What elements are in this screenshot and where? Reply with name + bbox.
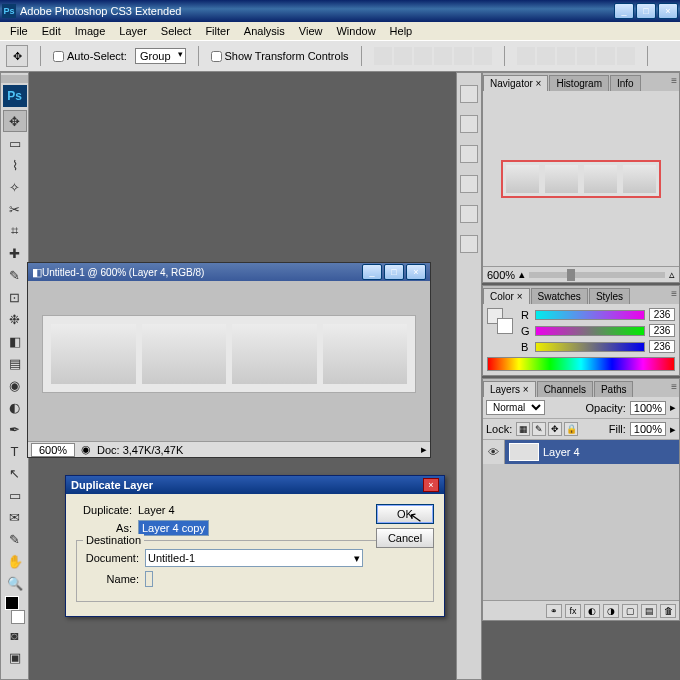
menu-analysis[interactable]: Analysis bbox=[238, 23, 291, 39]
panel-menu-icon[interactable]: ≡ bbox=[671, 75, 677, 86]
ok-button[interactable]: OK bbox=[376, 504, 434, 524]
doc-minimize-button[interactable]: _ bbox=[362, 264, 382, 280]
notes-tool[interactable]: ✉ bbox=[3, 506, 27, 528]
tab-layers[interactable]: Layers × bbox=[483, 381, 536, 397]
lock-image-icon[interactable]: ✎ bbox=[532, 422, 546, 436]
move-tool[interactable]: ✥ bbox=[3, 110, 27, 132]
layer-mask-icon[interactable]: ◐ bbox=[584, 604, 600, 618]
maximize-button[interactable]: □ bbox=[636, 3, 656, 19]
menu-select[interactable]: Select bbox=[155, 23, 198, 39]
tab-styles[interactable]: Styles bbox=[589, 288, 630, 304]
tab-info[interactable]: Info bbox=[610, 75, 641, 91]
menu-help[interactable]: Help bbox=[384, 23, 419, 39]
as-input[interactable]: Layer 4 copy bbox=[138, 520, 209, 536]
name-input[interactable] bbox=[145, 571, 153, 587]
cancel-button[interactable]: Cancel bbox=[376, 528, 434, 548]
auto-select-dropdown[interactable]: Group bbox=[135, 48, 186, 64]
scroll-right-icon[interactable]: ▸ bbox=[421, 443, 427, 456]
new-layer-icon[interactable]: ▤ bbox=[641, 604, 657, 618]
pen-tool[interactable]: ✒ bbox=[3, 418, 27, 440]
close-button[interactable]: × bbox=[658, 3, 678, 19]
navigator-thumbnail[interactable] bbox=[501, 160, 661, 198]
lock-all-icon[interactable]: 🔒 bbox=[564, 422, 578, 436]
eraser-tool[interactable]: ◧ bbox=[3, 330, 27, 352]
link-layers-icon[interactable]: ⚭ bbox=[546, 604, 562, 618]
align-icon[interactable] bbox=[474, 47, 492, 65]
layer-thumbnail[interactable] bbox=[509, 443, 539, 461]
distribute-icon[interactable] bbox=[537, 47, 555, 65]
lock-position-icon[interactable]: ✥ bbox=[548, 422, 562, 436]
adjustment-layer-icon[interactable]: ◑ bbox=[603, 604, 619, 618]
heal-tool[interactable]: ✚ bbox=[3, 242, 27, 264]
distribute-icon[interactable] bbox=[577, 47, 595, 65]
gradient-tool[interactable]: ▤ bbox=[3, 352, 27, 374]
g-value[interactable]: 236 bbox=[649, 324, 675, 337]
document-canvas[interactable] bbox=[28, 281, 430, 441]
brush-tool[interactable]: ✎ bbox=[3, 264, 27, 286]
r-value[interactable]: 236 bbox=[649, 308, 675, 321]
align-icon[interactable] bbox=[394, 47, 412, 65]
zoom-in-icon[interactable]: ▵ bbox=[669, 268, 675, 281]
dock-icon[interactable] bbox=[460, 175, 478, 193]
dock-icon[interactable] bbox=[460, 235, 478, 253]
menu-layer[interactable]: Layer bbox=[113, 23, 153, 39]
nav-zoom-value[interactable]: 600% bbox=[487, 269, 515, 281]
zoom-tool[interactable]: 🔍 bbox=[3, 572, 27, 594]
blend-mode-select[interactable]: Normal bbox=[486, 400, 545, 415]
new-group-icon[interactable]: ▢ bbox=[622, 604, 638, 618]
visibility-icon[interactable]: 👁 bbox=[483, 440, 505, 464]
align-icon[interactable] bbox=[374, 47, 392, 65]
panel-menu-icon[interactable]: ≡ bbox=[671, 288, 677, 299]
layer-style-icon[interactable]: fx bbox=[565, 604, 581, 618]
color-swatch-pair[interactable] bbox=[487, 308, 513, 334]
layer-row[interactable]: 👁 Layer 4 bbox=[483, 440, 679, 464]
dialog-close-button[interactable]: × bbox=[423, 478, 439, 492]
g-slider[interactable] bbox=[535, 326, 645, 336]
tab-navigator[interactable]: Navigator × bbox=[483, 75, 548, 91]
distribute-icon[interactable] bbox=[597, 47, 615, 65]
zoom-out-icon[interactable]: ▴ bbox=[519, 268, 525, 281]
align-icon[interactable] bbox=[434, 47, 452, 65]
layer-list[interactable]: 👁 Layer 4 bbox=[483, 440, 679, 600]
tab-paths[interactable]: Paths bbox=[594, 381, 634, 397]
opacity-value[interactable]: 100% bbox=[630, 401, 666, 415]
history-brush-tool[interactable]: ❉ bbox=[3, 308, 27, 330]
panel-menu-icon[interactable]: ≡ bbox=[671, 381, 677, 392]
tab-color[interactable]: Color × bbox=[483, 288, 530, 304]
eyedropper-tool[interactable]: ✎ bbox=[3, 528, 27, 550]
doc-info-icon[interactable]: ◉ bbox=[81, 443, 91, 456]
dock-icon[interactable] bbox=[460, 115, 478, 133]
shape-tool[interactable]: ▭ bbox=[3, 484, 27, 506]
type-tool[interactable]: T bbox=[3, 440, 27, 462]
dock-icon[interactable] bbox=[460, 205, 478, 223]
dock-icon[interactable] bbox=[460, 85, 478, 103]
b-value[interactable]: 236 bbox=[649, 340, 675, 353]
zoom-field[interactable]: 600% bbox=[31, 443, 75, 457]
screen-mode-tool[interactable]: ▣ bbox=[3, 646, 27, 668]
menu-view[interactable]: View bbox=[293, 23, 329, 39]
crop-tool[interactable]: ✂ bbox=[3, 198, 27, 220]
show-transform-checkbox[interactable]: Show Transform Controls bbox=[211, 50, 349, 62]
color-swatches[interactable] bbox=[3, 596, 27, 624]
document-select[interactable]: Untitled-1▾ bbox=[145, 549, 363, 567]
align-icon[interactable] bbox=[454, 47, 472, 65]
menu-file[interactable]: File bbox=[4, 23, 34, 39]
delete-layer-icon[interactable]: 🗑 bbox=[660, 604, 676, 618]
fill-value[interactable]: 100% bbox=[630, 422, 666, 436]
doc-close-button[interactable]: × bbox=[406, 264, 426, 280]
distribute-icon[interactable] bbox=[557, 47, 575, 65]
slice-tool[interactable]: ⌗ bbox=[3, 220, 27, 242]
lasso-tool[interactable]: ⌇ bbox=[3, 154, 27, 176]
tab-swatches[interactable]: Swatches bbox=[531, 288, 588, 304]
lock-transparency-icon[interactable]: ▦ bbox=[516, 422, 530, 436]
wand-tool[interactable]: ✧ bbox=[3, 176, 27, 198]
auto-select-checkbox[interactable]: Auto-Select: bbox=[53, 50, 127, 62]
dock-icon[interactable] bbox=[460, 145, 478, 163]
minimize-button[interactable]: _ bbox=[614, 3, 634, 19]
fill-flyout-icon[interactable]: ▸ bbox=[670, 423, 676, 436]
marquee-tool[interactable]: ▭ bbox=[3, 132, 27, 154]
r-slider[interactable] bbox=[535, 310, 645, 320]
align-icon[interactable] bbox=[414, 47, 432, 65]
dodge-tool[interactable]: ◐ bbox=[3, 396, 27, 418]
blur-tool[interactable]: ◉ bbox=[3, 374, 27, 396]
